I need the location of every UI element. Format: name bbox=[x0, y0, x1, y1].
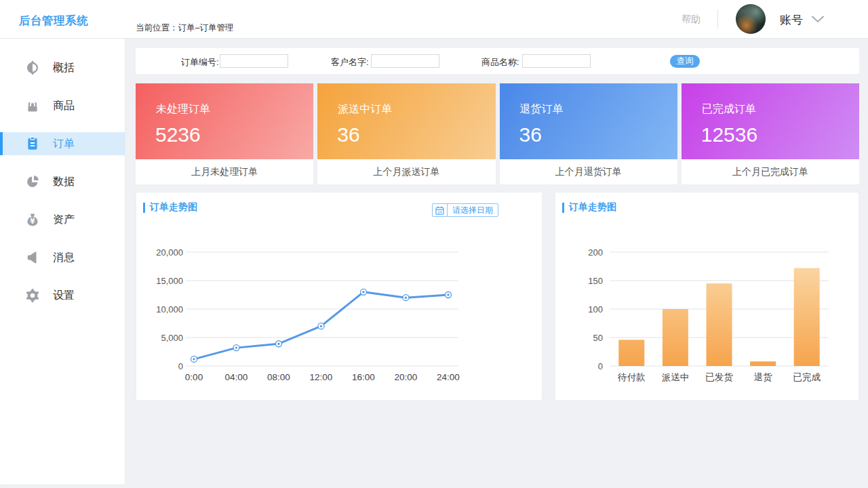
title-accent-bar bbox=[562, 203, 564, 213]
sidebar-item-overview[interactable]: 概括 bbox=[0, 49, 125, 87]
chevron-down-icon[interactable] bbox=[811, 16, 825, 23]
sidebar-item-assets[interactable]: ¥ 资产 bbox=[0, 201, 125, 239]
contrast-icon bbox=[25, 60, 40, 75]
stat-gradient: 派送中订单 36 bbox=[317, 83, 495, 159]
chart-panels: 订单走势图 24 请选择日期 05,00010,00015,00020,0000… bbox=[136, 192, 859, 401]
app-logo: 后台管理系统 bbox=[19, 14, 88, 28]
shopping-bag-icon bbox=[25, 98, 40, 113]
svg-text:0: 0 bbox=[598, 361, 603, 371]
svg-text:24: 24 bbox=[438, 209, 442, 214]
stat-footer: 上个月退货订单 bbox=[500, 159, 677, 184]
svg-text:150: 150 bbox=[588, 276, 603, 286]
order-number-input[interactable] bbox=[220, 54, 288, 68]
sidebar: 概括 商品 订单 数据 ¥ 资产 消息 设置 bbox=[0, 39, 125, 485]
customer-name-label: 客户名字: bbox=[331, 56, 369, 68]
svg-text:24:00: 24:00 bbox=[437, 372, 460, 382]
svg-text:5,000: 5,000 bbox=[161, 333, 183, 343]
panel-title: 订单走势图 bbox=[569, 201, 616, 214]
stat-cards: 未处理订单 5236 上月未处理订单 派送中订单 36 上个月派送订单 退货订单… bbox=[136, 83, 859, 184]
svg-text:04:00: 04:00 bbox=[225, 372, 248, 382]
svg-text:10,000: 10,000 bbox=[156, 304, 183, 314]
panel-title-row: 订单走势图 bbox=[143, 201, 197, 214]
svg-text:200: 200 bbox=[588, 247, 603, 258]
stat-footer: 上个月派送订单 bbox=[317, 159, 495, 184]
svg-text:20,000: 20,000 bbox=[156, 247, 183, 258]
svg-text:100: 100 bbox=[588, 304, 603, 314]
svg-text:已完成: 已完成 bbox=[793, 372, 821, 382]
pie-chart-icon bbox=[25, 174, 40, 189]
clipboard-icon bbox=[25, 136, 40, 151]
panel-title-row: 订单走势图 bbox=[562, 201, 616, 214]
sidebar-item-messages[interactable]: 消息 bbox=[0, 239, 125, 277]
svg-text:50: 50 bbox=[593, 333, 603, 343]
panel-title: 订单走势图 bbox=[150, 201, 197, 214]
date-picker-label: 请选择日期 bbox=[448, 204, 498, 216]
svg-text:08:00: 08:00 bbox=[267, 372, 290, 382]
svg-text:0:00: 0:00 bbox=[185, 372, 203, 382]
breadcrumb: 当前位置：订单–订单管理 bbox=[136, 22, 233, 34]
svg-text:20:00: 20:00 bbox=[395, 372, 418, 382]
svg-text:0: 0 bbox=[178, 361, 183, 371]
stat-footer: 上月未处理订单 bbox=[136, 159, 313, 184]
header-divider bbox=[717, 9, 718, 28]
search-bar: 订单编号: 客户名字: 商品名称: 查询 bbox=[136, 48, 859, 74]
svg-text:12:00: 12:00 bbox=[310, 372, 333, 382]
stat-card-unprocessed: 未处理订单 5236 上月未处理订单 bbox=[136, 83, 313, 184]
sidebar-item-products[interactable]: 商品 bbox=[0, 87, 125, 125]
svg-text:16:00: 16:00 bbox=[352, 372, 375, 382]
stat-gradient: 退货订单 36 bbox=[500, 83, 677, 159]
calendar-icon: 24 bbox=[433, 204, 448, 216]
line-chart-panel: 订单走势图 24 请选择日期 05,00010,00015,00020,0000… bbox=[136, 192, 542, 401]
sidebar-item-data[interactable]: 数据 bbox=[0, 163, 125, 201]
title-accent-bar bbox=[143, 203, 145, 213]
account-label[interactable]: 账号 bbox=[780, 12, 803, 28]
stat-gradient: 已完成订单 12536 bbox=[682, 83, 859, 159]
bar-chart: 050100150200待付款派送中已发货退货已完成 bbox=[555, 192, 860, 401]
svg-text:¥: ¥ bbox=[30, 217, 35, 225]
date-picker[interactable]: 24 请选择日期 bbox=[432, 203, 498, 217]
sidebar-item-orders[interactable]: 订单 bbox=[0, 125, 125, 163]
speaker-icon bbox=[25, 250, 40, 265]
svg-text:待付款: 待付款 bbox=[617, 372, 646, 382]
help-link[interactable]: 帮助 bbox=[682, 14, 701, 26]
stat-footer: 上个月已完成订单 bbox=[682, 159, 859, 184]
svg-text:15,000: 15,000 bbox=[156, 276, 183, 286]
svg-text:已发货: 已发货 bbox=[705, 372, 733, 382]
stat-card-delivering: 派送中订单 36 上个月派送订单 bbox=[317, 83, 495, 184]
stat-card-completed: 已完成订单 12536 上个月已完成订单 bbox=[682, 83, 859, 184]
sidebar-item-settings[interactable]: 设置 bbox=[0, 277, 125, 314]
money-bag-icon: ¥ bbox=[25, 212, 40, 227]
product-name-input[interactable] bbox=[522, 54, 591, 68]
customer-name-input[interactable] bbox=[371, 54, 439, 68]
query-button[interactable]: 查询 bbox=[670, 55, 700, 68]
avatar[interactable] bbox=[736, 4, 766, 34]
top-header: 后台管理系统 当前位置：订单–订单管理 帮助 账号 bbox=[0, 0, 868, 39]
product-name-label: 商品名称: bbox=[481, 56, 519, 68]
bar-chart-panel: 订单走势图 050100150200待付款派送中已发货退货已完成 bbox=[555, 192, 859, 401]
line-chart: 05,00010,00015,00020,0000:0004:0008:0012… bbox=[136, 192, 543, 401]
order-number-label: 订单编号: bbox=[181, 56, 219, 68]
svg-text:派送中: 派送中 bbox=[662, 372, 690, 382]
stat-card-returns: 退货订单 36 上个月退货订单 bbox=[500, 83, 677, 184]
main-content: 订单编号: 客户名字: 商品名称: 查询 未处理订单 5236 上月未处理订单 … bbox=[136, 39, 859, 401]
gear-icon bbox=[25, 288, 40, 303]
stat-gradient: 未处理订单 5236 bbox=[136, 83, 313, 159]
svg-text:退货: 退货 bbox=[754, 372, 773, 382]
